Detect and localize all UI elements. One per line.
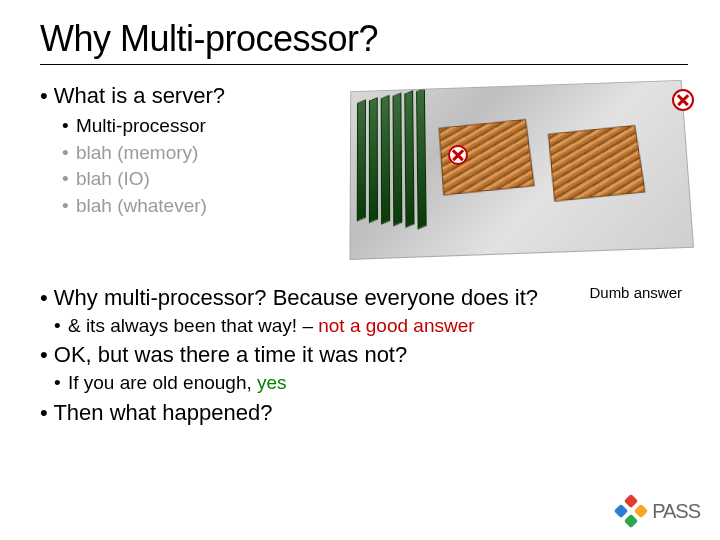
- q2-sub: & its always been that way! – not a good…: [68, 313, 688, 339]
- q3-sub-lead: If you are old enough,: [68, 372, 257, 393]
- list-item: blah (whatever): [76, 193, 340, 220]
- question-time-it-was-not: OK, but was there a time it was not? If …: [40, 340, 688, 395]
- cross-marker-icon: [672, 89, 694, 111]
- list-item: Multi-processor: [76, 113, 340, 140]
- cross-marker-icon: [448, 145, 468, 165]
- left-column: What is a server? Multi-processor blah (…: [40, 83, 340, 219]
- pass-logo-text: PASS: [652, 500, 700, 523]
- q3-text: OK, but was there a time it was not?: [54, 342, 407, 367]
- question-what-is-server: What is a server?: [40, 83, 340, 109]
- q3-sub: If you are old enough, yes: [68, 370, 688, 396]
- question-then-what-happened: Then what happened?: [40, 398, 688, 428]
- server-sub-list: Multi-processor blah (memory) blah (IO) …: [40, 113, 340, 219]
- list-item: blah (memory): [76, 140, 340, 167]
- slide-title: Why Multi-processor?: [40, 18, 688, 65]
- list-item: blah (IO): [76, 166, 340, 193]
- body-list: Why multi-processor? Because everyone do…: [40, 283, 688, 427]
- pass-logo-icon: [616, 496, 646, 526]
- slide: Why Multi-processor? What is a server? M…: [0, 0, 720, 540]
- dumb-answer-note: Dumb answer: [589, 283, 682, 303]
- server-board-image: [350, 83, 688, 253]
- top-row: What is a server? Multi-processor blah (…: [40, 83, 688, 253]
- cpu-heatsink-icon: [548, 125, 646, 202]
- question-why-multiprocessor: Why multi-processor? Because everyone do…: [40, 283, 688, 338]
- q2-sub-lead: & its always been that way! –: [68, 315, 318, 336]
- q3-sub-yes: yes: [257, 372, 287, 393]
- pass-logo: PASS: [616, 496, 700, 526]
- motherboard-graphic: [349, 80, 694, 260]
- q2-sub-bad: not a good answer: [318, 315, 474, 336]
- q2-text: Why multi-processor? Because everyone do…: [54, 285, 538, 310]
